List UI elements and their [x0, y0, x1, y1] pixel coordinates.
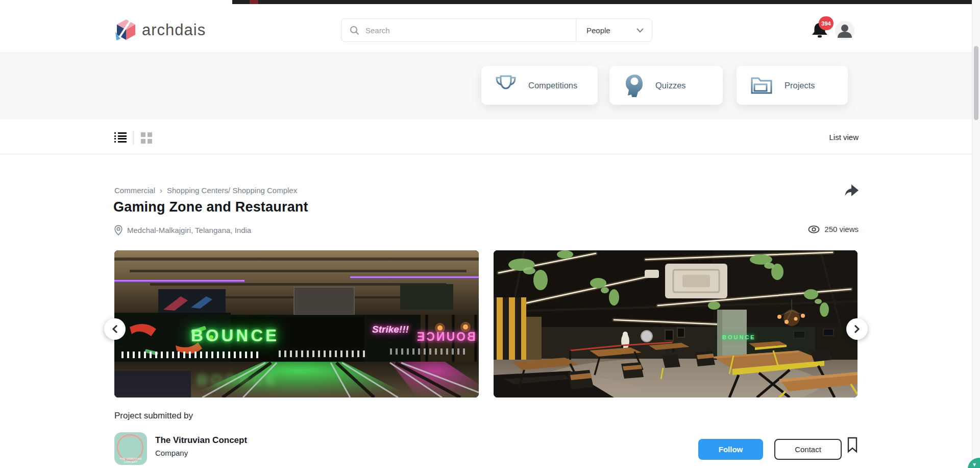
page-scrollbar — [972, 0, 980, 468]
logo-cube-icon — [114, 18, 138, 42]
view-mode-label: List view — [829, 133, 859, 142]
breadcrumb-separator: › — [160, 186, 162, 195]
neon-sign-bounce: BOUNCE — [191, 326, 279, 345]
breadcrumb: Commercial › Shopping Centers/ Shopping … — [114, 186, 297, 195]
search-category-value: People — [586, 26, 610, 35]
views-row: 250 views — [808, 225, 859, 233]
user-avatar[interactable] — [835, 21, 854, 40]
share-button[interactable] — [844, 183, 860, 199]
neon-sign-reflection: BOUNCE — [197, 371, 279, 388]
projects-card[interactable]: Projects — [737, 66, 848, 105]
head-quiz-icon — [623, 73, 644, 98]
trophy-icon — [495, 73, 517, 98]
company-type: Company — [155, 449, 188, 457]
competitions-label: Competitions — [528, 81, 577, 90]
carousel-prev-button[interactable] — [104, 318, 126, 340]
page-title: Gaming Zone and Restaurant — [113, 199, 308, 215]
map-pin-icon — [114, 225, 122, 236]
logo-text: archdais — [142, 21, 206, 39]
share-arrow-icon — [844, 183, 860, 197]
competitions-card[interactable]: Competitions — [481, 66, 598, 105]
quizzes-label: Quizzes — [655, 81, 686, 90]
neon-sign-bounce-mirrored: BOUNCE — [415, 330, 476, 344]
bowling-photo — [114, 250, 479, 397]
grid-view-button[interactable] — [141, 132, 152, 144]
neon-sign-strike: Strike!!! — [372, 324, 409, 335]
company-logo-caption: THE VITRUVIAN CONCEPT — [114, 457, 147, 463]
bowling-pins-strip — [390, 348, 467, 355]
carousel-next-button[interactable] — [846, 318, 868, 340]
views-count: 250 views — [824, 225, 859, 233]
location-row: Medchal-Malkajgiri, Telangana, India — [114, 225, 251, 236]
corner-widget-button[interactable]: ▾ — [968, 458, 980, 468]
chevron-down-icon — [636, 28, 644, 33]
person-icon — [835, 21, 854, 40]
projects-label: Projects — [785, 81, 815, 90]
chevron-left-icon — [112, 324, 118, 334]
scrollbar-thumb[interactable] — [974, 46, 978, 120]
location-text: Medchal-Malkajgiri, Telangana, India — [127, 226, 251, 235]
search-category-select[interactable]: People — [576, 18, 652, 42]
chevron-right-icon — [854, 324, 860, 334]
breadcrumb-category[interactable]: Shopping Centers/ Shopping Complex — [167, 186, 297, 195]
header: archdais People 394 — [0, 4, 980, 53]
browser-edge-strip — [232, 0, 972, 4]
page: archdais People 394 — [0, 0, 980, 468]
quizzes-card[interactable]: Quizzes — [609, 66, 723, 105]
search-bar: People — [341, 18, 652, 42]
breadcrumb-commercial[interactable]: Commercial — [114, 186, 155, 195]
company-name[interactable]: The Vitruvian Concept — [155, 435, 247, 446]
carousel-slide-restaurant[interactable]: BOUNCE — [494, 250, 857, 397]
folder-plan-icon — [750, 75, 773, 96]
search-input[interactable] — [364, 26, 558, 35]
follow-button[interactable]: Follow — [698, 439, 763, 460]
bookmark-icon — [847, 437, 858, 453]
list-view-button[interactable] — [114, 132, 127, 144]
search-icon — [350, 26, 359, 35]
bookmark-button[interactable] — [847, 437, 858, 455]
bowling-pins-strip — [121, 352, 258, 358]
toggle-divider — [133, 131, 134, 145]
bowling-pins-strip — [279, 350, 365, 357]
contact-button[interactable]: Contact — [774, 439, 842, 460]
neon-sign-bounce-small: BOUNCE — [722, 334, 756, 340]
eye-icon — [808, 225, 820, 233]
carousel-slide-bowling[interactable]: BOUNCE BOUNCE Strike!!! BOUNCE — [114, 250, 479, 397]
notification-count-badge: 394 — [819, 16, 834, 30]
logo[interactable]: archdais — [114, 18, 206, 42]
submitted-by-label: Project submitted by — [114, 411, 193, 421]
search-box[interactable] — [341, 18, 576, 42]
restaurant-photo — [494, 250, 857, 397]
company-logo[interactable]: THE VITRUVIAN CONCEPT — [114, 432, 147, 465]
